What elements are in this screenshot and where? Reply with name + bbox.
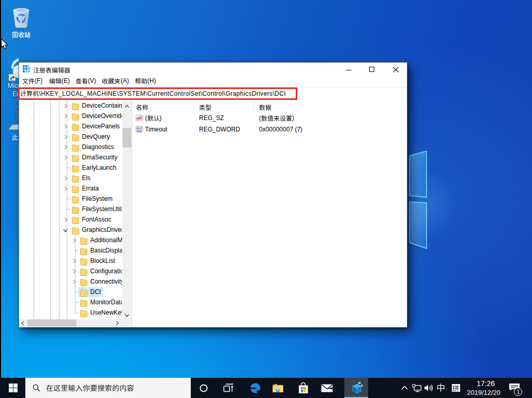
svg-text:110: 110: [136, 129, 142, 133]
svg-text:ab: ab: [136, 115, 142, 121]
